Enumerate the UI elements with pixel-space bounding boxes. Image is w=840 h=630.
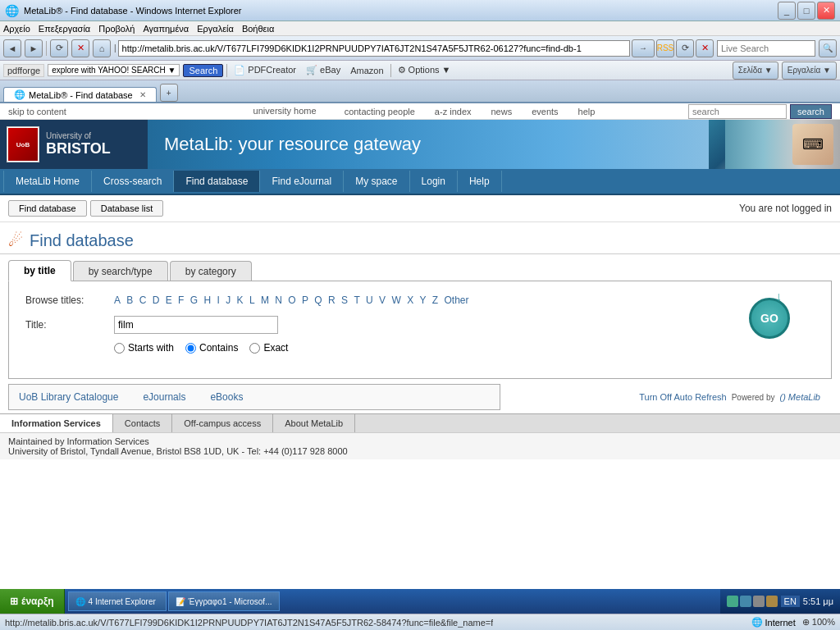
alpha-I[interactable]: I [217,294,220,306]
nav-az-index[interactable]: a-z index [435,107,472,116]
ie-page-btn[interactable]: Εργαλεία ▼ [782,62,837,80]
alpha-S[interactable]: S [341,294,348,306]
alpha-B[interactable]: B [126,294,133,306]
ebay[interactable]: 🛒 eBay [303,64,344,76]
amazon[interactable]: Amazon [347,65,386,76]
alpha-N[interactable]: N [275,294,282,306]
alpha-R[interactable]: R [328,294,336,306]
link-ebooks[interactable]: eBooks [210,391,243,403]
minimize-btn[interactable]: _ [778,2,796,20]
nav-news[interactable]: news [491,107,513,116]
stop2-btn[interactable]: ✕ [696,39,714,57]
radio-contains[interactable]: Contains [185,342,238,354]
bottom-tab-contacts[interactable]: Contacts [113,414,172,432]
back-btn[interactable]: ◄ [3,39,21,57]
nav-university-home[interactable]: university home [245,103,325,120]
alpha-H[interactable]: H [203,294,211,306]
tab-by-category[interactable]: by category [170,261,252,281]
nav-login[interactable]: Login [410,171,458,192]
find-database-subtab[interactable]: Find database [8,200,87,217]
alpha-L[interactable]: L [249,294,255,306]
alpha-J[interactable]: J [226,294,231,306]
refresh-btn[interactable]: ⟳ [50,39,68,57]
radio-exact[interactable]: Exact [249,342,288,354]
ie-tools-btn[interactable]: Σελίδα ▼ [733,62,778,80]
tab-close-icon[interactable]: ✕ [139,90,146,99]
nav-help[interactable]: Help [458,171,502,192]
nav-find-ejournal[interactable]: Find eJournal [260,171,344,192]
tab-by-search-type[interactable]: by search/type [73,261,168,281]
alpha-K[interactable]: K [237,294,244,306]
pdf-creator[interactable]: 📄 PDFCreator [231,64,299,76]
alpha-Y[interactable]: Y [419,294,426,306]
radio-contains-input[interactable] [185,343,196,354]
alpha-F[interactable]: F [178,294,184,306]
yahoo-search[interactable]: explore with YAHOO! SEARCH ▼ [48,64,180,76]
alpha-A[interactable]: A [114,294,121,306]
auto-refresh-link[interactable]: Turn Off Auto Refresh [639,392,726,402]
nav-my-space[interactable]: My space [344,171,409,192]
menu-file[interactable]: Αρχείο [3,24,30,34]
database-list-subtab[interactable]: Database list [90,200,164,217]
alpha-W[interactable]: W [391,294,400,306]
link-ejournals[interactable]: eJournals [143,391,185,403]
browser-tab-active[interactable]: 🌐 MetaLib® - Find database ✕ [3,87,157,102]
title-input[interactable] [114,316,278,334]
nav-contacting-people[interactable]: contacting people [345,107,415,116]
home-btn[interactable]: ⌂ [93,39,111,57]
banner-title: MetaLib: your resource gateway [148,134,709,155]
radio-starts-with-input[interactable] [114,343,125,354]
alpha-E[interactable]: E [166,294,172,306]
yahoo-search-btn[interactable]: Search [183,64,223,77]
alpha-Z[interactable]: Z [432,294,438,306]
util-search-btn[interactable]: search [790,104,832,119]
alpha-D[interactable]: D [153,294,160,306]
alpha-P[interactable]: P [302,294,308,306]
refresh2-btn[interactable]: ⟳ [676,39,694,57]
live-search-btn[interactable]: 🔍 [819,39,837,57]
rss-btn[interactable]: RSS [656,39,674,57]
menu-help[interactable]: Βοήθεια [242,24,274,34]
menu-edit[interactable]: Επεξεργασία [39,24,90,34]
forward-btn[interactable]: ► [25,39,43,57]
alpha-Q[interactable]: Q [314,294,322,306]
address-bar[interactable] [118,40,630,57]
options[interactable]: ⚙ Options ▼ [395,64,454,76]
tab-label: MetaLib® - Find database [29,90,133,100]
link-uob-catalogue[interactable]: UoB Library Catalogue [19,391,118,403]
alpha-U[interactable]: U [366,294,373,306]
maximize-btn[interactable]: □ [797,2,815,20]
radio-starts-with[interactable]: Starts with [114,342,174,354]
nav-find-database[interactable]: Find database [174,171,260,192]
live-search-input[interactable] [717,40,815,57]
nav-help[interactable]: help [578,107,596,116]
alpha-other[interactable]: Other [445,294,469,306]
skip-to-content[interactable]: skip to content [8,107,66,116]
bottom-tab-info-services[interactable]: Information Services [0,414,113,432]
banner-image: ⌨ [709,120,840,169]
address-go-btn[interactable]: → [632,39,655,57]
close-btn[interactable]: ✕ [817,2,835,20]
alpha-T[interactable]: T [354,294,359,306]
stop-btn[interactable]: ✕ [71,39,89,57]
alpha-G[interactable]: G [190,294,198,306]
radio-exact-input[interactable] [249,343,260,354]
tab-by-title[interactable]: by title [8,260,71,281]
go-button[interactable]: GO [749,298,790,339]
title-row: Title: [25,316,815,334]
alpha-O[interactable]: O [288,294,295,306]
nav-cross-search[interactable]: Cross-search [92,171,174,192]
new-tab-btn[interactable]: + [160,84,178,102]
nav-metalib-home[interactable]: MetaLib Home [3,171,92,192]
alpha-X[interactable]: X [407,294,413,306]
alpha-M[interactable]: M [261,294,269,306]
menu-view[interactable]: Προβολή [98,24,135,34]
nav-events[interactable]: events [532,107,558,116]
bottom-tab-about[interactable]: About MetaLib [273,414,355,432]
bottom-tab-offcampus[interactable]: Off-campus access [172,414,273,432]
menu-tools[interactable]: Εργαλεία [197,24,234,34]
alpha-C[interactable]: C [139,294,147,306]
alpha-V[interactable]: V [379,294,386,306]
menu-favorites[interactable]: Αγαπημένα [143,24,189,34]
util-search-input[interactable] [688,104,787,119]
